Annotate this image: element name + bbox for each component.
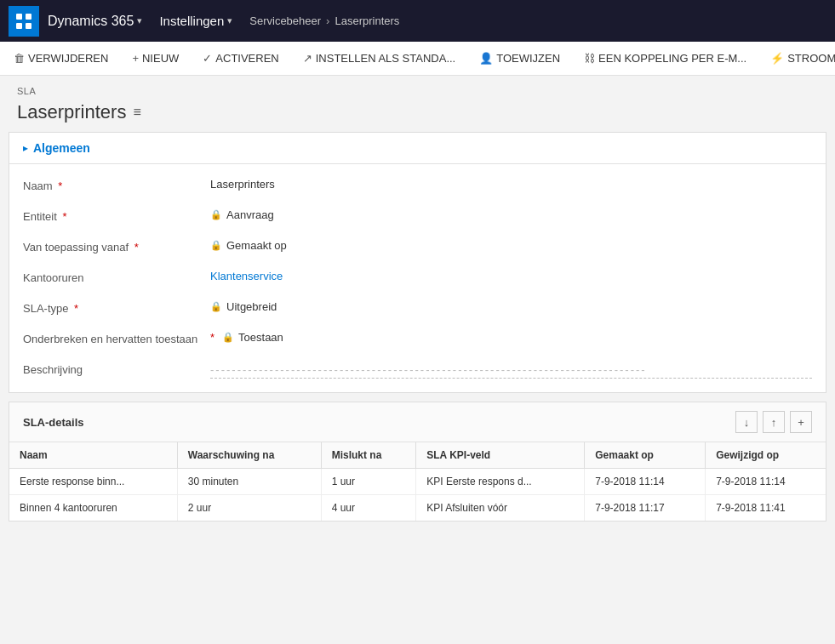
form-row-slatype: SLA-type * 🔒 Uitgebreid <box>9 294 826 324</box>
koppeling-button[interactable]: ⛓ EEN KOPPELING PER E-M... <box>577 48 753 68</box>
naam-label: Naam * <box>23 178 210 192</box>
section-toggle-icon: ▸ <box>23 142 28 154</box>
naam-value: Laserprinters <box>210 178 812 191</box>
general-section: ▸ Algemeen Naam * Laserprinters Entiteit… <box>9 132 826 393</box>
row1-gemaakt: 7-9-2018 11:14 <box>585 469 706 495</box>
row2-naam: Binnen 4 kantooruren <box>9 495 177 521</box>
vantoepassing-required: * <box>134 241 139 254</box>
link-icon: ⛓ <box>584 52 595 65</box>
breadcrumb-laserprinters: Laserprinters <box>335 14 399 27</box>
toewijzen-label: TOEWIJZEN <box>496 52 560 65</box>
move-up-button[interactable]: ↑ <box>763 411 785 433</box>
app-icon[interactable] <box>9 6 39 37</box>
row1-kpi: KPI Eerste respons d... <box>416 469 585 495</box>
table-head: Naam Waarschuwing na Mislukt na SLA KPI-… <box>9 442 826 469</box>
add-row-button[interactable]: + <box>790 411 812 433</box>
form-row-naam: Naam * Laserprinters <box>9 171 826 202</box>
row1-mislukt: 1 uur <box>321 469 416 495</box>
row1-waarschuwing: 30 minuten <box>177 469 321 495</box>
general-form-body: Naam * Laserprinters Entiteit * 🔒 Aanvra… <box>9 164 826 392</box>
row1-naam: Eerste response binn... <box>9 469 177 495</box>
svg-rect-3 <box>26 23 31 29</box>
svg-rect-0 <box>16 14 22 20</box>
sla-details-header: SLA-details ↓ ↑ + <box>9 402 826 442</box>
sla-label: SLA <box>0 76 835 98</box>
svg-rect-2 <box>16 23 22 29</box>
user-icon: 👤 <box>479 52 493 65</box>
naam-required: * <box>58 180 62 192</box>
entiteit-required: * <box>62 210 66 223</box>
verwijderen-label: VERWIJDEREN <box>28 52 108 65</box>
move-down-button[interactable]: ↓ <box>735 411 758 433</box>
svg-rect-1 <box>26 14 31 20</box>
activeren-button[interactable]: ✓ ACTIVEREN <box>196 48 285 68</box>
app-chevron-icon[interactable]: ▾ <box>137 15 142 26</box>
nieuw-button[interactable]: + NIEUW <box>125 48 186 68</box>
verwijderen-button[interactable]: 🗑 VERWIJDEREN <box>7 48 115 68</box>
nieuw-label: NIEUW <box>142 52 179 65</box>
col-mislukt: Mislukt na <box>321 442 416 469</box>
breadcrumb-servicebeheer[interactable]: Servicebeheer <box>249 14 321 27</box>
koppeling-label: EEN KOPPELING PER E-M... <box>598 52 746 65</box>
sla-details-section: SLA-details ↓ ↑ + Naam Waarschuwing na M… <box>9 402 826 521</box>
onderbreken-required: * <box>210 331 214 344</box>
onderbreken-lock-icon: 🔒 <box>222 332 234 343</box>
row2-gemaakt: 7-9-2018 11:17 <box>585 495 706 521</box>
check-icon: ✓ <box>203 52 212 65</box>
onderbreken-value: * 🔒 Toestaan <box>210 331 812 344</box>
row2-gewijzigd: 7-9-2018 11:41 <box>706 495 826 521</box>
toewijzen-button[interactable]: 👤 TOEWIJZEN <box>472 48 567 68</box>
trash-icon: 🗑 <box>14 52 25 65</box>
entiteit-label: Entiteit * <box>23 208 210 223</box>
slatype-required: * <box>74 302 78 315</box>
page-title-menu-icon[interactable]: ≡ <box>133 105 140 120</box>
form-row-onderbreken: Onderbreken en hervatten toestaan * 🔒 To… <box>9 324 826 355</box>
row2-kpi: KPI Afsluiten vóór <box>416 495 585 521</box>
entiteit-value: 🔒 Aanvraag <box>210 208 812 221</box>
slatype-lock-icon: 🔒 <box>210 301 222 312</box>
general-section-header[interactable]: ▸ Algemeen <box>9 133 826 164</box>
top-navigation: Dynamics 365 ▾ Instellingen ▾ Servicebeh… <box>0 0 835 42</box>
lightning-icon: ⚡ <box>770 52 784 65</box>
instellen-icon: ↗ <box>303 52 312 65</box>
toolbar: 🗑 VERWIJDEREN + NIEUW ✓ ACTIVEREN ↗ INST… <box>0 42 835 76</box>
row2-waarschuwing: 2 uur <box>177 495 321 521</box>
page-title: Laserprinters <box>17 101 126 123</box>
instellen-button[interactable]: ↗ INSTELLEN ALS STANDA... <box>296 48 462 68</box>
vantoepassing-value: 🔒 Gemaakt op <box>210 239 812 252</box>
table-header-row: Naam Waarschuwing na Mislukt na SLA KPI-… <box>9 442 826 469</box>
form-row-vantoepassing: Van toepassing vanaf * 🔒 Gemaakt op <box>9 232 826 263</box>
vantoepassing-lock-icon: 🔒 <box>210 240 222 251</box>
beschrijving-value[interactable]: ----------------------------------------… <box>210 362 812 379</box>
form-row-beschrijving: Beschrijving ---------------------------… <box>9 355 826 385</box>
sla-details-table: Naam Waarschuwing na Mislukt na SLA KPI-… <box>9 442 826 521</box>
plus-icon: + <box>132 52 139 65</box>
vantoepassing-label: Van toepassing vanaf * <box>23 239 210 254</box>
table-body: Eerste response binn... 30 minuten 1 uur… <box>9 469 826 521</box>
sla-details-title: SLA-details <box>23 416 735 429</box>
table-row[interactable]: Binnen 4 kantooruren 2 uur 4 uur KPI Afs… <box>9 495 826 521</box>
row2-mislukt: 4 uur <box>321 495 416 521</box>
app-name: Dynamics 365 <box>48 14 134 29</box>
activeren-label: ACTIVEREN <box>215 52 278 65</box>
col-kpi: SLA KPI-veld <box>416 442 585 469</box>
main-content: SLA Laserprinters ≡ ▸ Algemeen Naam * La… <box>0 76 835 521</box>
kantooruren-value[interactable]: Klantenservice <box>210 270 812 282</box>
breadcrumb-separator: › <box>326 14 329 27</box>
beschrijving-label: Beschrijving <box>23 362 210 376</box>
form-row-entiteit: Entiteit * 🔒 Aanvraag <box>9 202 826 232</box>
instellen-label: INSTELLEN ALS STANDA... <box>316 52 455 65</box>
onderbreken-label: Onderbreken en hervatten toestaan <box>23 331 210 345</box>
col-naam: Naam <box>9 442 177 469</box>
stroom-label: STROOM <box>787 52 835 65</box>
row1-gewijzigd: 7-9-2018 11:14 <box>706 469 826 495</box>
breadcrumb: Servicebeheer › Laserprinters <box>249 14 399 27</box>
form-row-kantooruren: Kantooruren Klantenservice <box>9 263 826 294</box>
col-waarschuwing: Waarschuwing na <box>177 442 321 469</box>
nav-section[interactable]: Instellingen <box>159 14 224 28</box>
sla-details-actions: ↓ ↑ + <box>735 411 812 433</box>
nav-chevron-icon[interactable]: ▾ <box>227 15 232 26</box>
col-gewijzigd: Gewijzigd op <box>706 442 826 469</box>
table-row[interactable]: Eerste response binn... 30 minuten 1 uur… <box>9 469 826 495</box>
stroom-button[interactable]: ⚡ STROOM ▾ <box>764 48 835 68</box>
